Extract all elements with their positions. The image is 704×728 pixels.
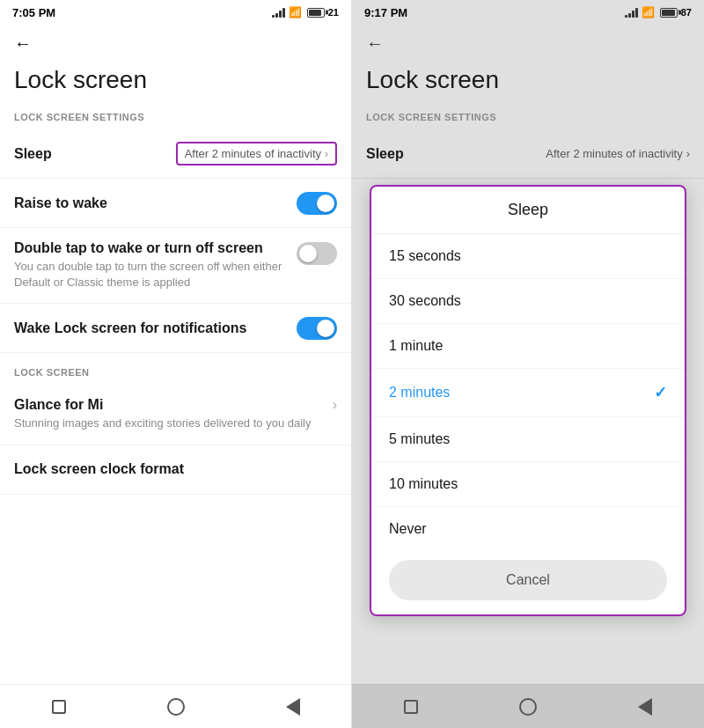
right-wifi-icon: 📶 [642, 6, 655, 18]
right-sleep-chevron: › [686, 147, 690, 160]
right-nav-circle-icon [519, 698, 537, 716]
nav-home-button[interactable] [164, 695, 188, 719]
toggle-thumb-2 [299, 245, 317, 262]
glance-row[interactable]: Glance for Mi Stunning images and exciti… [0, 385, 351, 445]
right-sleep-value-container: After 2 minutes of inactivity › [546, 147, 690, 160]
left-status-bar: 7:05 PM 📶 21 [0, 0, 351, 25]
cancel-button[interactable]: Cancel [389, 560, 667, 600]
right-page-title: Lock screen [352, 59, 704, 98]
right-section-label: LOCK SCREEN SETTINGS [352, 98, 704, 129]
double-tap-row[interactable]: Double tap to wake or turn off screen Yo… [0, 228, 351, 304]
right-battery-icon [660, 8, 678, 18]
dialog-title: Sleep [371, 187, 685, 234]
sleep-label: Sleep [14, 146, 176, 162]
nav-square-button[interactable] [47, 695, 71, 719]
option-2m-label: 2 minutes [389, 385, 450, 401]
nav-circle-icon [167, 698, 185, 716]
battery-text: 21 [328, 7, 339, 18]
check-icon: ✓ [654, 383, 667, 402]
right-nav-square-icon [404, 700, 418, 714]
page-title: Lock screen [0, 59, 351, 98]
left-panel: 7:05 PM 📶 21 ← Lock screen LOCK SCREEN S… [0, 0, 352, 728]
raise-to-wake-row[interactable]: Raise to wake [0, 179, 351, 228]
clock-format-label: Lock screen clock format [14, 461, 337, 477]
option-5m-label: 5 minutes [389, 431, 450, 447]
sleep-chevron: › [325, 148, 328, 160]
option-15s-label: 15 seconds [389, 248, 461, 264]
right-nav-home-button[interactable] [516, 695, 540, 719]
toggle-thumb [317, 195, 334, 212]
toggle-thumb-3 [317, 320, 334, 337]
raise-to-wake-label: Raise to wake [14, 195, 297, 211]
sleep-row[interactable]: Sleep After 2 minutes of inactivity › [0, 129, 351, 179]
right-sleep-label: Sleep [366, 146, 546, 162]
option-15s[interactable]: 15 seconds [371, 234, 685, 279]
double-tap-toggle[interactable] [297, 242, 337, 265]
right-nav-square-button[interactable] [399, 695, 423, 719]
wake-lock-row[interactable]: Wake Lock screen for notifications [0, 304, 351, 353]
right-panel: 9:17 PM 📶 87 ← Lock screen LOCK SCREEN S… [352, 0, 704, 728]
option-10m[interactable]: 10 minutes [371, 462, 685, 507]
nav-square-icon [52, 700, 66, 714]
option-30s[interactable]: 30 seconds [371, 279, 685, 324]
right-battery-text: 87 [681, 7, 692, 18]
clock-format-row[interactable]: Lock screen clock format [0, 445, 351, 495]
battery-icon [307, 8, 325, 18]
right-nav-triangle-icon [638, 698, 652, 716]
option-2m[interactable]: 2 minutes ✓ [371, 369, 685, 417]
option-30s-label: 30 seconds [389, 293, 461, 309]
glance-sub: Stunning images and exciting stories del… [14, 415, 326, 431]
right-sleep-row[interactable]: Sleep After 2 minutes of inactivity › [352, 129, 704, 179]
option-1m-label: 1 minute [389, 338, 443, 354]
wake-lock-label: Wake Lock screen for notifications [14, 320, 297, 336]
right-bottom-nav [352, 684, 704, 728]
left-bottom-nav [0, 684, 351, 728]
signal-icon [272, 7, 285, 18]
left-status-icons: 📶 21 [272, 6, 339, 18]
left-time: 7:05 PM [12, 6, 55, 19]
right-back-button[interactable]: ← [352, 25, 704, 59]
wifi-icon: 📶 [289, 6, 302, 18]
wake-lock-toggle[interactable] [297, 317, 337, 340]
right-status-bar: 9:17 PM 📶 87 [352, 0, 704, 25]
option-10m-label: 10 minutes [389, 476, 458, 492]
nav-back-button[interactable] [281, 695, 305, 719]
glance-chevron: › [333, 397, 337, 413]
raise-to-wake-toggle[interactable] [297, 192, 337, 215]
option-1m[interactable]: 1 minute [371, 324, 685, 369]
right-sleep-value: After 2 minutes of inactivity [546, 147, 682, 160]
sleep-value: After 2 minutes of inactivity [185, 147, 321, 160]
double-tap-label: Double tap to wake or turn off screen [14, 240, 286, 256]
section-label-lock-settings: LOCK SCREEN SETTINGS [0, 98, 351, 129]
double-tap-sub: You can double tap to turn the screen of… [14, 259, 286, 290]
back-button[interactable]: ← [0, 25, 351, 59]
sleep-dialog: Sleep 15 seconds 30 seconds 1 minute 2 m… [370, 185, 686, 616]
nav-triangle-icon [286, 698, 300, 716]
option-5m[interactable]: 5 minutes [371, 417, 685, 462]
glance-label: Glance for Mi [14, 397, 326, 413]
right-time: 9:17 PM [364, 6, 407, 19]
right-nav-back-button[interactable] [633, 695, 657, 719]
section-label-lock-screen: LOCK SCREEN [0, 353, 351, 385]
right-signal-icon [625, 7, 638, 18]
sleep-value-box[interactable]: After 2 minutes of inactivity › [176, 142, 337, 165]
option-never[interactable]: Never [371, 507, 685, 551]
right-status-icons: 📶 87 [625, 6, 692, 18]
never-label: Never [389, 521, 427, 536]
